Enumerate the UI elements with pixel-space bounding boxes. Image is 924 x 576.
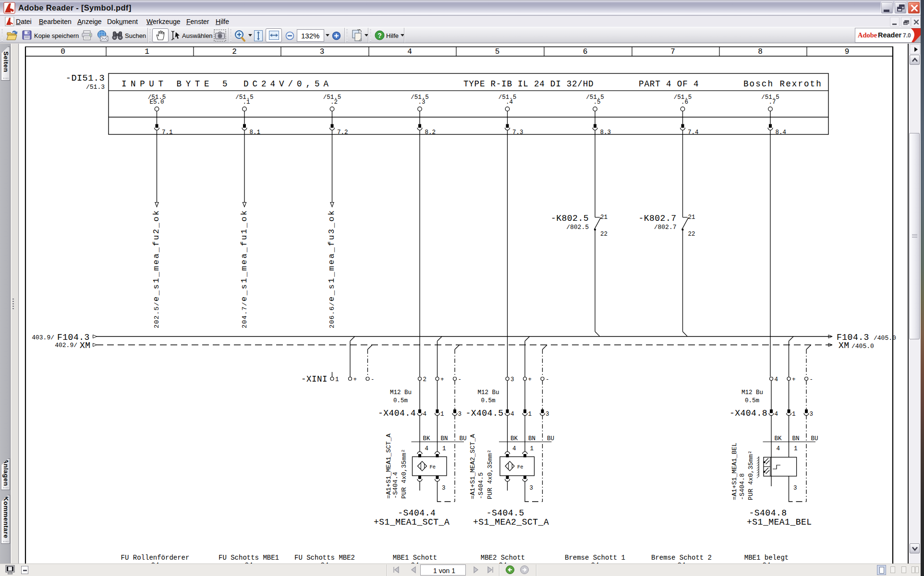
svg-text:FU Rollenförderer: FU Rollenförderer bbox=[121, 554, 190, 562]
svg-text:206.6/: 206.6/ bbox=[328, 301, 336, 328]
svg-text:Adobe: Adobe bbox=[858, 31, 877, 39]
svg-text:FU Schotts MBE2: FU Schotts MBE2 bbox=[294, 554, 355, 562]
svg-text:1: 1 bbox=[442, 445, 446, 452]
svg-text:Bosch Rexroth: Bosch Rexroth bbox=[743, 79, 822, 89]
svg-text:MBE1 belegt: MBE1 belegt bbox=[744, 554, 789, 562]
svg-text:8.4: 8.4 bbox=[776, 129, 787, 136]
svg-text:E5.0: E5.0 bbox=[149, 99, 164, 106]
svg-text:3: 3 bbox=[793, 485, 797, 492]
svg-text:3: 3 bbox=[530, 485, 534, 492]
svg-text:1: 1 bbox=[528, 411, 532, 418]
svg-text:7: 7 bbox=[670, 48, 675, 56]
svg-text:.7: .7 bbox=[768, 99, 776, 106]
svg-text:/802.5: /802.5 bbox=[566, 224, 589, 231]
svg-text:0.5m: 0.5m bbox=[393, 397, 408, 404]
svg-text:-: - bbox=[371, 376, 375, 383]
svg-text:7.2: 7.2 bbox=[337, 129, 348, 136]
svg-text:3: 3 bbox=[546, 411, 549, 418]
svg-text:21: 21 bbox=[600, 214, 608, 221]
svg-text:1: 1 bbox=[335, 376, 339, 383]
svg-text:0.5m: 0.5m bbox=[745, 397, 759, 404]
svg-text:+S1_MEA1_SCT_A: +S1_MEA1_SCT_A bbox=[374, 517, 450, 527]
svg-text:4: 4 bbox=[775, 411, 778, 418]
svg-text:-: - bbox=[810, 376, 814, 383]
svg-text:6: 6 bbox=[583, 48, 588, 56]
svg-text:PUR 4x0,35mm²: PUR 4x0,35mm² bbox=[401, 449, 408, 499]
svg-text:M12 Bu: M12 Bu bbox=[478, 389, 499, 396]
svg-text:-XINI: -XINI bbox=[301, 374, 328, 384]
svg-text:-: - bbox=[458, 376, 462, 383]
svg-text:e_s1_mea_fu1_ok: e_s1_mea_fu1_ok bbox=[240, 209, 249, 301]
svg-text:7.1: 7.1 bbox=[162, 129, 173, 136]
svg-text:204.7/: 204.7/ bbox=[241, 301, 248, 328]
svg-text:202.5/: 202.5/ bbox=[153, 301, 160, 328]
svg-text:M12 Bu: M12 Bu bbox=[742, 389, 763, 396]
svg-text:?: ? bbox=[377, 32, 382, 39]
svg-text:XM: XM bbox=[839, 341, 850, 350]
svg-text:BK: BK bbox=[423, 435, 431, 442]
svg-text:0.5m: 0.5m bbox=[481, 397, 496, 404]
svg-text:/405.0: /405.0 bbox=[874, 335, 896, 342]
svg-text:4: 4 bbox=[407, 48, 412, 56]
svg-text:BK: BK bbox=[775, 435, 782, 442]
svg-text:3: 3 bbox=[458, 411, 462, 418]
svg-text:1: 1 bbox=[440, 411, 444, 418]
svg-text:22: 22 bbox=[600, 231, 608, 238]
svg-text:21: 21 bbox=[688, 214, 695, 221]
svg-text:+: + bbox=[792, 376, 796, 383]
svg-text:2: 2 bbox=[423, 376, 427, 383]
svg-text:.4: .4 bbox=[506, 99, 513, 106]
svg-text:-: - bbox=[546, 376, 549, 383]
svg-text:Fe: Fe bbox=[517, 464, 523, 470]
svg-text:8: 8 bbox=[758, 48, 763, 56]
svg-text:+S1_MEA2_SCT_A: +S1_MEA2_SCT_A bbox=[473, 517, 549, 527]
svg-text:.2: .2 bbox=[330, 99, 338, 106]
svg-text:4: 4 bbox=[777, 445, 780, 452]
svg-text:7.4: 7.4 bbox=[688, 129, 699, 136]
svg-text:7.0: 7.0 bbox=[903, 32, 911, 39]
svg-text:-S404.5: -S404.5 bbox=[477, 472, 485, 499]
svg-text:.6: .6 bbox=[681, 99, 688, 106]
svg-text:-S404.8: -S404.8 bbox=[739, 473, 746, 500]
svg-text:8.2: 8.2 bbox=[425, 129, 436, 136]
svg-text:=A1+S1_MEA2_SCT_A: =A1+S1_MEA2_SCT_A bbox=[469, 434, 476, 499]
svg-text:M12 Bu: M12 Bu bbox=[390, 389, 412, 396]
svg-text:+: + bbox=[528, 376, 532, 383]
svg-text:+: + bbox=[440, 376, 444, 383]
svg-text:402.9/: 402.9/ bbox=[55, 342, 77, 349]
svg-text:-S404.4: -S404.4 bbox=[392, 472, 399, 499]
svg-text:.3: .3 bbox=[418, 99, 425, 106]
svg-text:/405.0: /405.0 bbox=[851, 343, 874, 350]
svg-text:-X404.8: -X404.8 bbox=[729, 408, 767, 418]
svg-text:7.3: 7.3 bbox=[512, 129, 523, 136]
svg-text:MBE1 Schott: MBE1 Schott bbox=[393, 554, 437, 562]
svg-text:4: 4 bbox=[423, 411, 427, 418]
svg-text:BK: BK bbox=[511, 435, 518, 442]
svg-text:1: 1 bbox=[794, 445, 798, 452]
svg-text:3: 3 bbox=[320, 48, 325, 56]
svg-text:-K802.7: -K802.7 bbox=[638, 214, 676, 223]
svg-text:3: 3 bbox=[442, 485, 446, 492]
svg-text:4: 4 bbox=[511, 411, 514, 418]
svg-text:BU: BU bbox=[460, 435, 467, 442]
svg-text:9: 9 bbox=[845, 48, 850, 56]
svg-text:1: 1 bbox=[530, 445, 534, 452]
svg-text:-S404.4: -S404.4 bbox=[398, 508, 436, 518]
svg-text:4: 4 bbox=[775, 376, 778, 383]
svg-text:TYPE R-IB IL 24 DI 32/HD: TYPE R-IB IL 24 DI 32/HD bbox=[463, 79, 594, 89]
svg-text:BN: BN bbox=[528, 435, 535, 442]
svg-text:0: 0 bbox=[61, 48, 65, 56]
svg-text:.5: .5 bbox=[593, 99, 600, 106]
svg-text:PUR 4x0,35mm²: PUR 4x0,35mm² bbox=[486, 449, 494, 499]
svg-text:8.1: 8.1 bbox=[250, 129, 261, 136]
svg-text:MBE2 Schott: MBE2 Schott bbox=[481, 554, 525, 562]
svg-text:22: 22 bbox=[688, 231, 695, 238]
svg-text:Fe: Fe bbox=[430, 464, 436, 470]
svg-text:INPUT BYTE 5: INPUT BYTE 5 bbox=[122, 79, 231, 89]
svg-text:DC24V/0,5A: DC24V/0,5A bbox=[243, 79, 332, 89]
svg-text:e_s1_mea_fu2_ok: e_s1_mea_fu2_ok bbox=[152, 209, 161, 301]
svg-text:3: 3 bbox=[511, 376, 514, 383]
svg-text:403.9/: 403.9/ bbox=[32, 334, 54, 341]
svg-text:+S1_MEA1_BEL: +S1_MEA1_BEL bbox=[747, 517, 812, 527]
svg-text:XM: XM bbox=[80, 341, 91, 350]
